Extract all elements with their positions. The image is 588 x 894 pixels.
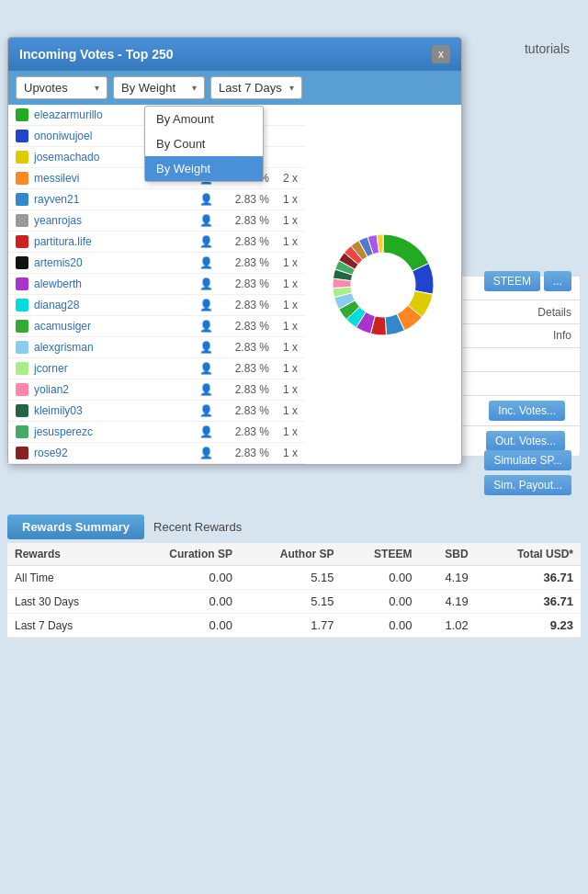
filter3-select[interactable]: Last 7 Days ▾ (210, 76, 302, 99)
vote-username[interactable]: rose92 (34, 447, 194, 459)
vote-user-icon: 👤 (199, 193, 213, 206)
col-steem: STEEM (342, 543, 420, 566)
vote-username[interactable]: alewberth (34, 277, 194, 290)
more-button[interactable]: ... (544, 271, 571, 291)
vote-color-indicator (16, 383, 28, 396)
filter1-select[interactable]: Upvotes ▾ (16, 76, 107, 99)
col-total-usd: Total USD* (476, 543, 581, 566)
rewards-period: All Time (7, 566, 124, 590)
info-label: Info (537, 326, 571, 345)
vote-username[interactable]: acamusiger (34, 320, 194, 333)
rewards-table: Rewards Curation SP Author SP STEEM SBD … (7, 543, 581, 638)
vote-color-indicator (16, 362, 28, 375)
vote-percentage: 2.83 % (219, 341, 269, 354)
tutorials-link[interactable]: tutorials (525, 41, 570, 56)
rewards-sbd: 4.19 (419, 566, 475, 590)
donut-segment (383, 234, 429, 271)
vote-color-indicator (16, 299, 28, 311)
rewards-total-usd: 9.23 (476, 614, 581, 638)
vote-row: alewberth👤2.83 %1 x (8, 274, 305, 295)
vote-username[interactable]: jcorner (34, 362, 194, 375)
vote-row: jesusperezc👤2.83 %1 x (8, 422, 305, 443)
vote-row: acamusiger👤2.83 %1 x (8, 316, 305, 337)
out-votes-button[interactable]: Out. Votes... (486, 431, 565, 451)
vote-user-icon: 👤 (199, 256, 213, 269)
inc-votes-button[interactable]: Inc. Votes... (489, 401, 565, 421)
incoming-votes-modal: Incoming Votes - Top 250 x Upvotes ▾ By … (7, 37, 462, 465)
vote-count: 1 x (275, 362, 298, 375)
filter2-value: By Weight (121, 81, 175, 95)
vote-row: dianag28👤2.83 %1 x (8, 295, 305, 316)
rewards-sbd: 1.02 (419, 614, 475, 638)
vote-row: artemis20👤2.83 %1 x (8, 253, 305, 274)
vote-percentage: 2.83 % (219, 277, 269, 290)
modal-title: Incoming Votes - Top 250 (19, 47, 174, 62)
vote-username[interactable]: artemis20 (34, 256, 194, 269)
rewards-total-usd: 36.71 (476, 566, 581, 590)
vote-username[interactable]: partitura.life (34, 235, 194, 248)
vote-percentage: 2.83 % (219, 235, 269, 248)
rewards-author-sp: 5.15 (240, 590, 342, 614)
filter1-arrow: ▾ (95, 83, 99, 93)
dropdown-by-count[interactable]: By Count (145, 131, 263, 156)
filter2-arrow: ▾ (192, 83, 197, 93)
filter1-value: Upvotes (24, 81, 68, 95)
modal-close-button[interactable]: x (432, 45, 450, 63)
steem-button[interactable]: STEEM (484, 271, 540, 291)
recent-rewards-label: Recent Rewards (153, 520, 242, 534)
vote-count: 1 x (275, 383, 298, 396)
rewards-steem: 0.00 (342, 566, 420, 590)
vote-username[interactable]: alexgrisman (34, 341, 194, 354)
vote-count: 1 x (275, 235, 298, 248)
vote-percentage: 2.83 % (219, 193, 269, 206)
vote-count: 1 x (275, 404, 298, 417)
vote-percentage: 2.83 % (219, 214, 269, 227)
vote-color-indicator (16, 447, 28, 459)
vote-color-indicator (16, 341, 28, 354)
vote-username[interactable]: jesusperezc (34, 425, 194, 438)
rewards-header: Rewards Summary Recent Rewards (7, 515, 581, 539)
simulate-sp-button[interactable]: Simulate SP... (484, 450, 571, 470)
filter2-select[interactable]: By Weight ▾ (113, 76, 205, 99)
dropdown-by-amount[interactable]: By Amount (145, 107, 263, 131)
sort-dropdown: By Amount By Count By Weight (144, 106, 264, 182)
rewards-period: Last 7 Days (7, 614, 124, 638)
vote-username[interactable]: kleimily03 (34, 404, 194, 417)
vote-user-icon: 👤 (199, 383, 213, 396)
vote-row: kleimily03👤2.83 %1 x (8, 401, 305, 422)
vote-percentage: 2.83 % (219, 447, 269, 459)
vote-count: 1 x (275, 447, 298, 459)
vote-username[interactable]: yeanrojas (34, 214, 194, 227)
vote-username[interactable]: rayven21 (34, 193, 194, 206)
rewards-section: Rewards Summary Recent Rewards Rewards C… (7, 515, 581, 638)
vote-color-indicator (16, 214, 28, 227)
vote-count: 2 x (275, 172, 298, 185)
rewards-row: All Time 0.00 5.15 0.00 4.19 36.71 (7, 566, 581, 590)
vote-user-icon: 👤 (199, 425, 213, 438)
vote-user-icon: 👤 (199, 299, 213, 311)
col-curation-sp: Curation SP (124, 543, 239, 566)
vote-color-indicator (16, 235, 28, 248)
vote-row: rayven21👤2.83 %1 x (8, 189, 305, 210)
sim-payout-button[interactable]: Sim. Payout... (484, 475, 571, 495)
vote-color-indicator (16, 256, 28, 269)
vote-username[interactable]: dianag28 (34, 299, 194, 311)
rewards-curation-sp: 0.00 (124, 566, 239, 590)
vote-user-icon: 👤 (199, 320, 213, 333)
vote-user-icon: 👤 (199, 214, 213, 227)
vote-percentage: 2.83 % (219, 425, 269, 438)
dropdown-by-weight[interactable]: By Weight (145, 156, 263, 181)
vote-user-icon: 👤 (199, 277, 213, 290)
rewards-curation-sp: 0.00 (124, 614, 239, 638)
vote-percentage: 2.83 % (219, 320, 269, 333)
vote-color-indicator (16, 193, 28, 206)
col-author-sp: Author SP (240, 543, 342, 566)
vote-count: 1 x (275, 299, 298, 311)
vote-row: yolian2👤2.83 %1 x (8, 379, 305, 401)
vote-user-icon: 👤 (199, 404, 213, 417)
vote-username[interactable]: yolian2 (34, 383, 194, 396)
vote-count: 1 x (275, 214, 298, 227)
chart-area (305, 105, 461, 464)
rewards-steem: 0.00 (342, 614, 420, 638)
vote-color-indicator (16, 404, 28, 417)
